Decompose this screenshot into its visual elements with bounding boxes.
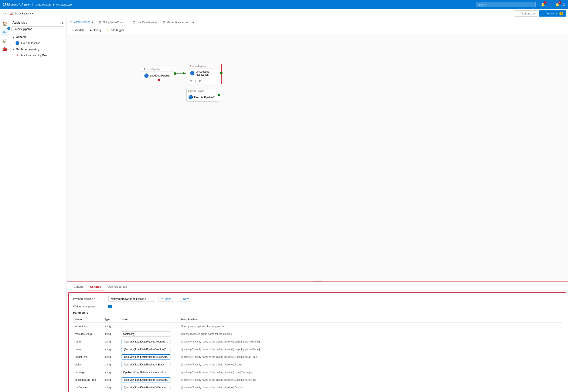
monitor-icon-btn[interactable]: 📊 [1,37,9,45]
tab-master-copy[interactable]: ⊡ MasterPipeline_cop... [160,18,197,26]
table-row: runIdstring@activity('Specify name of th… [73,338,562,346]
node2-output-connector [220,72,223,74]
settings-icon[interactable]: ⚙ [563,2,566,7]
toolbox-icon-btn[interactable]: 🧰 [1,45,9,53]
resize-handle[interactable] [313,281,322,281]
node1-body-label: LoadDataPipeline [150,74,170,77]
node3-body-label: Execute Pipeline2 [194,96,215,99]
node1-fail-connector [158,79,160,81]
open-button[interactable]: ✏ Open [158,296,174,302]
data-factory-tab[interactable]: 🏭 Data Factory ▾ [8,11,36,16]
alert-icon[interactable]: 🔔 8 [555,2,559,7]
wait-label: Wait on completion [73,305,105,308]
table-row: subscriptionstringSpecify subscription i… [73,322,562,330]
col-header-default: Default value [179,317,562,322]
param-default-cell: @activity('Specify name of the calling p… [179,368,562,376]
param-default-cell: @activity('Specify name of the calling p… [179,376,562,384]
invoked-pipeline-row: Invoked pipeline * NotifyTeamsChannelPip… [73,296,562,302]
group-general-header[interactable]: ∨ General [9,34,67,40]
new-button[interactable]: + New [178,296,191,302]
tab-notify-teams[interactable]: ⊡ NotifyTeamsChann... [96,18,130,26]
tab-general[interactable]: General [70,283,87,291]
param-value-input[interactable] [122,331,170,336]
tab-settings[interactable]: Settings [87,283,104,291]
node2-copy-icon[interactable]: ⧉ [199,79,201,83]
validate-all-button[interactable]: ✓ Validate all [515,10,538,16]
tab-icon: ⊡ [70,20,72,24]
bottom-tabs: General Settings User properties [67,282,568,291]
col-header-name: Name [73,317,103,322]
pipeline-node-1[interactable]: Execute Pipeline ⤢ 🔵 LoadDataPipeline [142,67,175,80]
param-type-cell: string [103,361,120,368]
wait-checkbox[interactable]: ✓ [108,305,112,308]
node1-output-connector [174,72,176,75]
publish-icon: ⬆ [542,12,544,15]
validate-button[interactable]: ✓ Validate [69,28,87,32]
col-header-type: Type [103,317,120,322]
node1-external-icon: ⤢ [171,68,173,70]
pipeline-node-3[interactable]: Execute Pipeline ⤢ 🔵 Execute Pipeline2 [186,89,219,101]
pencil-icon-btn[interactable]: ✏ 2 [1,28,9,36]
param-default-cell: @activity('Specify name of the calling p… [179,346,562,353]
param-value-input[interactable] [122,377,170,382]
node2-link-icon[interactable]: ↔ [203,79,206,83]
param-name-cell: subscription [73,322,103,330]
collapse2-icon[interactable]: « [62,21,64,24]
activity-ml-execute[interactable]: 🔺 Machine Learning Exe... ⠿ [9,52,67,59]
param-value-input[interactable] [122,370,170,375]
search-input[interactable] [476,2,536,7]
pipeline-tabs: ⊡ MasterPipeline ⊡ NotifyTeamsChann... ⊡… [67,18,568,26]
main-layout: 🏠 ✏ 2 📊 🧰 Activities ‹ « ∨ General 🔵 Exe… [0,18,568,392]
node2-icon: 🔵 [190,71,195,76]
collapse-icon[interactable]: ‹ [60,21,61,24]
pipeline-node-2[interactable]: Execute Pipeline ⤢ 🔵 OnSuccessNotificati… [188,64,222,84]
param-type-cell: string [103,338,120,346]
tab-label3: LoadDataPipeline [137,21,157,24]
node2-delete-icon[interactable]: 🗑 [190,79,193,83]
group-general-label: General [16,35,26,39]
param-value-input[interactable] [122,354,170,360]
settings-content: Invoked pipeline * NotifyTeamsChannelPip… [69,292,566,392]
pencil-open-icon: ✏ [161,297,164,300]
tab-load-data[interactable]: ⊡ LoadDataPipeline [130,18,160,26]
param-name-cell: executionEndTime [73,376,103,384]
node2-code-icon[interactable]: {} [195,79,197,83]
param-type-cell: string [103,330,120,338]
activities-search-input[interactable] [12,26,64,32]
tab-master-pipeline[interactable]: ⊡ MasterPipeline [67,18,96,26]
debug-button[interactable]: ▶ Debug [87,28,103,32]
validate-check-icon: ✓ [71,28,74,32]
param-name-cell: name [73,346,103,353]
param-type-cell: string [103,353,120,361]
wait-completion-row: Wait on completion ✓ [73,305,562,308]
canvas-area: ⊡ MasterPipeline ⊡ NotifyTeamsChann... ⊡… [67,18,568,392]
param-value-input[interactable] [122,339,170,344]
param-value-input[interactable] [122,362,170,367]
home-icon-btn[interactable]: 🏠 [1,20,9,28]
parameters-title: Parameters [73,311,562,314]
param-default-cell: @activity('Specify name of the calling p… [179,384,562,391]
param-default-cell: @activity('Specify name of the calling p… [179,361,562,368]
param-name-cell: triggerTime [73,353,103,361]
node2-header-label: Execute Pipeline [190,65,206,68]
contacts-icon[interactable]: 👤 [548,2,552,7]
connector-svg [67,34,568,281]
invoked-pipeline-select[interactable]: NotifyTeamsChannelPipeline [108,296,155,302]
parameters-table: Name Type Value Default value subscripti… [73,317,562,392]
table-row: resourceGroupstringSpecify resource grou… [73,330,562,338]
trigger-button[interactable]: ⚡ Add trigger [104,28,126,32]
ml-icon: 🔺 [15,53,20,57]
param-default-cell: @activity('Specify name of the calling p… [179,338,562,346]
param-value-input[interactable] [122,347,170,352]
param-value-input[interactable] [122,324,170,329]
notification-icon[interactable]: 🔔 1 [541,2,545,7]
node3-output-connector [218,94,220,96]
group-ml-header[interactable]: ∨ Machine Learning [9,46,67,52]
activity-execute-pipeline[interactable]: 🔵 Execute Pipeline ⠿ [9,40,67,46]
publish-all-button[interactable]: ⬆ Publish all 2 [539,10,566,16]
debug-icon: ▶ [90,28,92,32]
expand-button[interactable]: >> [2,11,7,16]
tab-user-properties[interactable]: User properties [105,283,130,291]
plus-icon: + [180,297,182,300]
param-value-input[interactable] [122,385,170,390]
